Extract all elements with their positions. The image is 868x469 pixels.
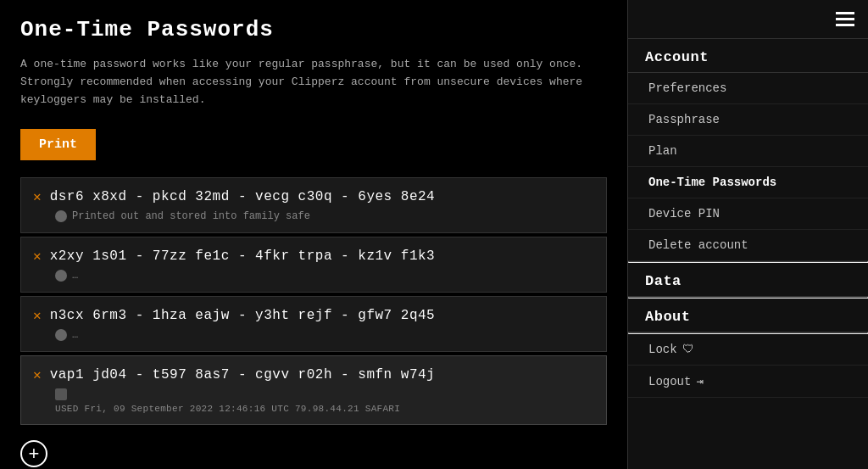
password-list: ✕dsr6 x8xd - pkcd 32md - vecg c30q - 6ye… [20,177,607,428]
password-row: ✕n3cx 6rm3 - 1hza eajw - y3ht rejf - gfw… [33,307,594,324]
sidebar-item-preferences[interactable]: Preferences [628,73,868,104]
password-value: vap1 jd04 - t597 8as7 - cgvv r02h - smfn… [50,367,436,382]
sidebar-item-device-pin[interactable]: Device PIN [628,198,868,230]
lock-label: Lock [648,343,677,356]
password-item: ✕n3cx 6rm3 - 1hza eajw - y3ht rejf - gfw… [20,296,607,352]
password-row: ✕vap1 jd04 - t597 8as7 - cgvv r02h - smf… [33,366,594,383]
sidebar-header [628,0,868,39]
sidebar-item-lock[interactable]: Lock 🛡 [628,334,868,366]
remove-password-icon[interactable]: ✕ [33,188,42,205]
password-value: dsr6 x8xd - pkcd 32md - vecg c30q - 6yes… [50,189,436,204]
add-password-button[interactable]: + [20,440,47,467]
note-text: Printed out and stored into family safe [72,210,310,222]
password-value: x2xy 1s01 - 77zz fe1c - 4fkr trpa - kz1v… [50,248,436,264]
sidebar-section-data: Data [628,263,868,297]
sidebar-item-plan[interactable]: Plan [628,136,868,167]
password-note-row: … [33,329,594,341]
password-row: ✕dsr6 x8xd - pkcd 32md - vecg c30q - 6ye… [33,188,594,205]
sidebar-section-about: About [628,299,868,332]
password-item: ✕x2xy 1s01 - 77zz fe1c - 4fkr trpa - kz1… [20,237,607,293]
note-text: … [72,270,78,282]
password-note-row: Printed out and stored into family safe [33,210,594,222]
remove-password-icon[interactable]: ✕ [33,366,42,383]
note-icon [55,270,67,282]
note-icon [55,329,67,341]
sidebar-item-logout[interactable]: Logout ⇥ [628,366,868,398]
used-info: USED Fri, 09 September 2022 12:46:16 UTC… [33,404,594,414]
shield-icon: 🛡 [682,343,694,356]
password-value: n3cx 6rm3 - 1hza eajw - y3ht rejf - gfw7… [50,308,436,323]
main-content: One-Time Passwords A one-time password w… [0,0,627,469]
sidebar-item-delete-account[interactable]: Delete account [628,230,868,261]
sidebar-nav: Account Preferences Passphrase Plan One-… [628,39,868,469]
print-button[interactable]: Print [20,129,96,160]
toggle-icon[interactable] [55,388,67,400]
sidebar-item-one-time-passwords[interactable]: One-Time Passwords [628,167,868,198]
remove-password-icon[interactable]: ✕ [33,248,42,265]
note-icon [55,210,67,222]
logout-label: Logout [648,375,691,388]
password-note-row [33,388,594,400]
hamburger-menu-icon[interactable] [836,12,854,26]
note-text: … [72,329,78,341]
page-title: One-Time Passwords [20,17,607,42]
sidebar: Account Preferences Passphrase Plan One-… [627,0,868,469]
remove-password-icon[interactable]: ✕ [33,307,42,324]
password-item: ✕dsr6 x8xd - pkcd 32md - vecg c30q - 6ye… [20,177,607,233]
password-note-row: … [33,270,594,282]
password-row: ✕x2xy 1s01 - 77zz fe1c - 4fkr trpa - kz1… [33,248,594,265]
password-item: ✕vap1 jd04 - t597 8as7 - cgvv r02h - smf… [20,355,607,425]
sidebar-item-passphrase[interactable]: Passphrase [628,104,868,136]
page-description: A one-time password works like your regu… [20,56,597,109]
sidebar-section-account: Account [628,39,868,73]
logout-arrow-icon: ⇥ [696,374,703,388]
